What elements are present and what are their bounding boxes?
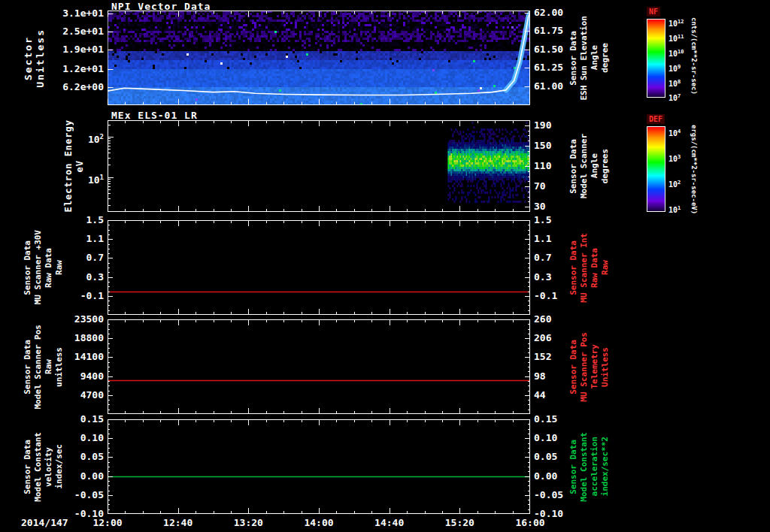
axis-title-left-model-constant-line: Model Constant xyxy=(33,432,43,502)
colorbar-tick-label: 1011 xyxy=(668,32,684,44)
axis-title-left-mex-els-01-lr-line: Electron Energy xyxy=(63,119,74,212)
axis-title-left-npi-vector-data: SectorUnitless xyxy=(23,11,46,105)
axis-title-right-mu-scanner-raw-line: MU Scanner Int xyxy=(579,233,589,303)
y-tick-label-left-npi-vector-data: 1.2e+01 xyxy=(54,64,104,74)
panel-canvas-model-constant xyxy=(108,419,530,514)
colorbar-tick-label: 108 xyxy=(668,77,681,89)
y-tick-label-left-npi-vector-data: 1.9e+01 xyxy=(54,44,104,55)
colorbar-header-nf: NF xyxy=(647,7,660,17)
axis-title-left-mu-scanner-raw-line: Raw xyxy=(54,260,64,275)
axis-title-right-model-constant-line: index/sec**2 xyxy=(600,437,610,496)
axis-title-left-model-scanner-pos-line: Raw xyxy=(44,359,53,374)
axis-title-left-npi-vector-data-line: Unitless xyxy=(35,29,46,88)
exponent: 11 xyxy=(678,34,684,40)
colorbar-tick-label: 103 xyxy=(668,152,681,165)
axis-title-right-npi-vector-data-line: degree xyxy=(600,43,610,73)
panel-canvas-model-scanner-pos xyxy=(108,319,530,414)
axis-title-right-model-scanner-pos-line: MU Scanner Pos xyxy=(579,332,589,402)
axis-title-right-mex-els-01-lr-line: Sensor Data xyxy=(568,139,578,194)
panel-canvas-mex-els-01-lr xyxy=(108,120,530,212)
colorbar-tick-label: 109 xyxy=(668,62,681,74)
exponent: 1 xyxy=(100,174,104,181)
y-tick-label-left-npi-vector-data: 2.5e+01 xyxy=(54,26,104,37)
axis-title-left-mu-scanner-raw-line: Raw Data xyxy=(44,248,53,288)
axis-title-right-model-constant-line: acceleration xyxy=(590,437,599,496)
axis-title-right-mu-scanner-raw-line: Raw Data xyxy=(590,248,599,288)
axis-title-left-model-constant-line: velocity xyxy=(44,447,53,487)
axis-title-right-npi-vector-data-line: ESH Sun Elevation xyxy=(579,16,589,101)
x-tick-label: 15:20 xyxy=(437,517,482,528)
axis-title-left-mu-scanner-raw-line: Sensor Data xyxy=(23,240,32,295)
exponent: 10 xyxy=(678,49,684,55)
x-tick-label: 12:40 xyxy=(156,517,201,528)
axis-title-right-mex-els-01-lr: Sensor DataModel ScannerAngledegrees xyxy=(568,120,610,212)
panel-title-mex-els-01-lr: MEx ELS-01 LR xyxy=(111,110,198,121)
plot-root: NPI Vector Data MEx ELS-01 LR 2014/147 3… xyxy=(0,0,770,532)
axis-title-right-model-scanner-pos: Sensor DataMU Scanner PosTelemetryUnitle… xyxy=(568,319,610,414)
axis-title-left-mex-els-01-lr: Electron EnergyeV xyxy=(63,120,85,212)
axis-title-left-npi-vector-data-line: Sector xyxy=(23,36,34,80)
axis-title-right-model-constant-line: Sensor Data xyxy=(568,440,578,494)
axis-title-left-mu-scanner-raw-line: MU Scanner +30V xyxy=(33,230,43,304)
axis-title-right-npi-vector-data-line: Sensor Data xyxy=(568,31,578,86)
axis-title-left-model-constant: Sensor DataModel Constantvelocityindex/s… xyxy=(23,419,64,514)
y-tick-label-left-npi-vector-data: 6.2e+00 xyxy=(54,82,104,92)
axis-title-right-mex-els-01-lr-line: Model Scanner xyxy=(579,134,589,198)
colorbar-tick-label: 1010 xyxy=(668,47,684,59)
axis-title-right-mex-els-01-lr-line: degrees xyxy=(600,149,610,183)
exponent: 7 xyxy=(678,93,681,99)
exponent: 12 xyxy=(678,19,684,25)
colorbar-header-def: DEF xyxy=(647,114,665,124)
panel-canvas-npi-vector-data xyxy=(108,11,530,105)
exponent: 1 xyxy=(678,205,681,211)
axis-title-left-model-scanner-pos-line: unitless xyxy=(54,347,64,387)
axis-title-right-mu-scanner-raw: Sensor DataMU Scanner IntRaw DataRaw xyxy=(568,220,610,315)
axis-title-right-mu-scanner-raw-line: Raw xyxy=(600,260,610,275)
colorbar-tick-label: 107 xyxy=(668,91,681,104)
exponent: 9 xyxy=(678,64,681,70)
axis-title-left-model-scanner-pos-line: Sensor Data xyxy=(23,340,32,394)
x-tick-label: 12:00 xyxy=(85,517,130,528)
colorbar-tick-label: 101 xyxy=(668,203,681,216)
axis-title-right-model-scanner-pos-line: Sensor Data xyxy=(568,340,578,394)
axis-title-right-model-scanner-pos-line: Telemetry xyxy=(590,344,599,389)
axis-title-left-model-scanner-pos-line: Model Scanner Pos xyxy=(33,325,43,410)
colorbar-tick-label: 104 xyxy=(668,126,681,139)
colorbar-def xyxy=(647,126,665,212)
axis-title-right-model-constant: Sensor DataModel Constantaccelerationind… xyxy=(568,419,610,514)
axis-title-left-mu-scanner-raw: Sensor DataMU Scanner +30VRaw DataRaw xyxy=(23,220,64,315)
x-tick-label: 13:20 xyxy=(226,517,271,528)
panel-canvas-mu-scanner-raw xyxy=(108,220,530,315)
axis-title-left-mex-els-01-lr-line: eV xyxy=(74,160,85,172)
colorbar-tick-label: 102 xyxy=(668,177,681,190)
x-tick-label: 16:00 xyxy=(508,517,553,528)
axis-title-right-npi-vector-data: Sensor DataESH Sun ElevationAngledegree xyxy=(568,11,610,105)
colorbar-nf xyxy=(647,19,665,98)
exponent: 2 xyxy=(678,180,681,186)
axis-title-left-model-constant-line: index/sec xyxy=(54,444,64,489)
axis-title-right-mex-els-01-lr-line: Angle xyxy=(590,153,599,178)
colorbar-unit-label: cnts/(cm**2-sr-sec) xyxy=(690,17,698,126)
x-tick-label: 14:40 xyxy=(367,517,412,528)
colorbar-unit-label: ergs/(cm**2-sr-sec-eV) xyxy=(690,125,698,240)
axis-title-right-model-scanner-pos-line: Unitless xyxy=(600,347,610,387)
exponent: 8 xyxy=(678,79,681,85)
axis-title-right-mu-scanner-raw-line: Sensor Data xyxy=(568,240,578,295)
exponent: 4 xyxy=(678,128,681,135)
exponent: 2 xyxy=(100,133,104,141)
axis-title-left-model-scanner-pos: Sensor DataModel Scanner PosRawunitless xyxy=(23,319,64,414)
x-tick-label: 14:00 xyxy=(296,517,341,528)
exponent: 3 xyxy=(678,154,681,160)
axis-title-left-model-constant-line: Sensor Data xyxy=(23,440,32,494)
axis-title-right-npi-vector-data-line: Angle xyxy=(590,45,599,70)
axis-title-right-model-constant-line: Model Constant xyxy=(579,432,589,502)
colorbar-tick-label: 1012 xyxy=(668,17,684,29)
y-tick-label-left-npi-vector-data: 3.1e+01 xyxy=(54,8,104,19)
